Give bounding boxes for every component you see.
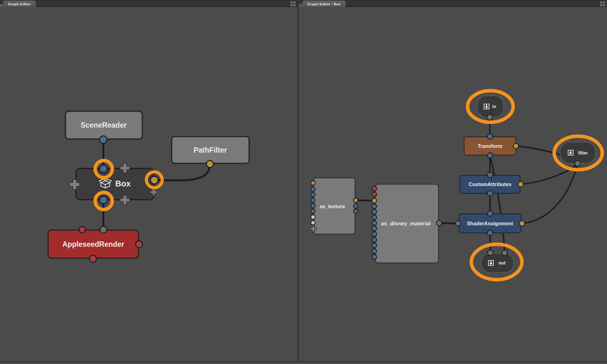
astexture-input-port-5[interactable] (311, 203, 315, 208)
astexture-output-port-1[interactable] (353, 198, 358, 203)
asdisneymaterial-input-port-3[interactable] (372, 198, 377, 203)
asdisneymaterial-input-port-7[interactable] (372, 221, 377, 226)
asdisneymaterial-input-port-12[interactable] (372, 249, 377, 254)
connection-astexture-to-asdisneymaterial[interactable] (356, 200, 374, 201)
appleseedrender-bottom-port[interactable] (89, 255, 96, 262)
tab-graph-editor[interactable]: Graph Editor (3, 1, 36, 7)
graph-editor-box-panel: as_texture as_disney_material (299, 0, 607, 361)
asdisneymaterial-input-port-13[interactable] (372, 255, 377, 259)
asdisneymaterial-input-port-1[interactable] (372, 186, 377, 191)
transform-input-port[interactable] (487, 134, 493, 139)
right-tabbar: Graph Editor : Box (299, 0, 607, 7)
node-transform-label: Transform (478, 143, 502, 149)
splitter-handle[interactable] (0, 4, 3, 7)
shaderassignment-output-port[interactable] (487, 230, 493, 236)
graph-canvas[interactable]: SceneReader PathFilter Box AppleseedRend… (0, 0, 297, 361)
connection-filter-to-shaderassignment[interactable] (522, 165, 577, 223)
appleseedrender-top-left-port[interactable] (79, 227, 85, 233)
customattributes-filter-port[interactable] (518, 182, 524, 187)
astexture-input-port-6[interactable] (311, 209, 315, 213)
node-out-label: out (499, 260, 506, 265)
box-top-input-port[interactable] (100, 165, 107, 173)
asdisneymaterial-input-port-4[interactable] (372, 204, 377, 209)
out-input-port-1[interactable] (487, 250, 493, 256)
node-in[interactable] (477, 96, 504, 117)
asdisneymaterial-output-port[interactable] (437, 221, 442, 226)
scenereader-output-port[interactable] (100, 136, 107, 143)
asdisneymaterial-input-port-6[interactable] (372, 215, 377, 220)
astexture-output-port-3[interactable] (353, 209, 358, 213)
in-output-port[interactable] (487, 114, 493, 120)
asdisneymaterial-input-port-9[interactable] (372, 232, 377, 237)
graph-canvas-box[interactable]: as_texture as_disney_material (299, 0, 607, 361)
tab-graph-editor-box[interactable]: Graph Editor : Box (303, 1, 346, 7)
appleseedrender-right-port[interactable] (136, 241, 143, 248)
node-pathfilter-label: PathFilter (193, 146, 227, 154)
customattributes-output-port[interactable] (487, 191, 493, 196)
node-shaderassignment-label: ShaderAssignment (467, 221, 513, 226)
filter-output-port[interactable] (575, 161, 580, 166)
transform-output-port[interactable] (487, 153, 493, 158)
astexture-input-port-3[interactable] (311, 192, 315, 197)
node-as-texture-label: as_texture (320, 204, 345, 209)
asdisneymaterial-input-port-8[interactable] (372, 226, 377, 231)
asdisneymaterial-input-port-11[interactable] (372, 243, 377, 248)
asdisneymaterial-input-port-2[interactable] (372, 192, 377, 197)
out-input-port-2[interactable] (502, 250, 507, 256)
box-filter-input-port[interactable] (150, 176, 158, 184)
astexture-input-port-7[interactable] (311, 215, 315, 219)
splitter-handle[interactable] (299, 4, 302, 7)
astexture-output-port-2[interactable] (353, 204, 358, 208)
layout-grid-icon[interactable] (600, 1, 605, 6)
transform-filter-port[interactable] (513, 143, 519, 149)
node-in-label: in (492, 104, 496, 109)
pathfilter-output-port[interactable] (206, 161, 213, 167)
astexture-input-port-8[interactable] (311, 221, 315, 225)
node-scenereader-label: SceneReader (81, 121, 127, 129)
box-bottom-output-port[interactable] (100, 196, 107, 204)
left-tabbar: Graph Editor (0, 0, 297, 7)
graph-editor-panel: SceneReader PathFilter Box AppleseedRend… (0, 0, 297, 361)
asdisneymaterial-input-port-5[interactable] (372, 209, 377, 214)
node-customattributes-label: CustomAttributes (469, 182, 511, 187)
customattributes-input-port[interactable] (487, 173, 493, 178)
shaderassignment-shader-port[interactable] (456, 221, 461, 226)
shaderassignment-filter-port[interactable] (519, 221, 525, 226)
node-out[interactable] (481, 253, 514, 273)
astexture-input-port-1[interactable] (311, 181, 315, 185)
node-filter-label: filter (578, 150, 588, 155)
window-bottom-edge (0, 361, 607, 364)
asdisneymaterial-input-port-10[interactable] (372, 238, 377, 242)
astexture-input-port-2[interactable] (311, 187, 315, 191)
connection-transform-to-out-passthrough[interactable] (490, 155, 505, 253)
layout-grid-icon[interactable] (291, 1, 296, 6)
astexture-input-port-4[interactable] (311, 198, 315, 203)
node-as-disney-material-label: as_disney_material (381, 221, 431, 227)
node-appleseedrender-label: AppleseedRender (62, 240, 124, 248)
shaderassignment-input-port[interactable] (487, 211, 493, 216)
appleseedrender-scene-input-port[interactable] (100, 226, 107, 233)
node-box-label: Box (115, 179, 131, 188)
